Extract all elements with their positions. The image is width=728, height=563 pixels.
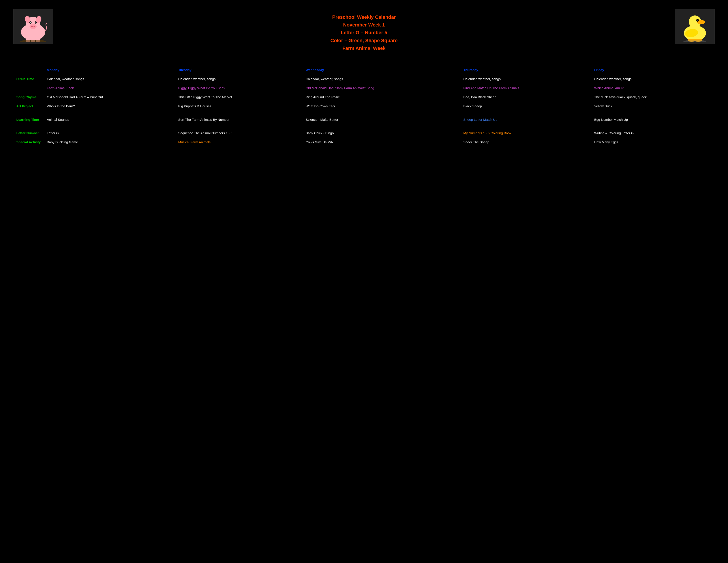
learning-time-label: Learning Time xyxy=(13,115,44,124)
learn-wed: Science - Make Butter xyxy=(302,115,460,124)
art-thu: Black Sheep xyxy=(460,102,591,111)
calendar-table: Monday Tuesday Wednesday Thursday Friday… xyxy=(13,65,715,147)
svg-point-2 xyxy=(30,24,37,29)
wednesday-header: Wednesday xyxy=(302,65,460,74)
svg-point-25 xyxy=(683,40,706,42)
svg-point-8 xyxy=(36,22,36,23)
learn-tue: Sort The Farm Animals By Number xyxy=(175,115,303,124)
song-wed: Ring Around The Rosie xyxy=(302,92,460,102)
spacer-row-1 xyxy=(13,111,715,115)
learn-thu: Sheep Letter Match Up xyxy=(460,115,591,124)
header-line2: November Week 1 xyxy=(330,21,398,29)
art-fri: Yellow Duck xyxy=(591,102,715,111)
art-project-row: Art Project Who's In the Barn? Pig Puppe… xyxy=(13,102,715,111)
svg-point-21 xyxy=(697,20,698,21)
letter-number-label: Letter/Number xyxy=(13,128,44,137)
learn-mon: Animal Sounds xyxy=(44,115,175,124)
header-text: Preschool Weekly Calendar November Week … xyxy=(330,13,398,52)
book-fri: Which Animal Am I? xyxy=(591,83,715,92)
svg-point-14 xyxy=(20,40,46,42)
circle-time-label: Circle Time xyxy=(13,74,44,83)
special-fri: How Many Eggs xyxy=(591,137,715,147)
header-line3: Letter G – Number 5 xyxy=(330,29,398,36)
circle-time-book-label xyxy=(13,83,44,92)
special-tue: Musical Farm Animals xyxy=(175,137,303,147)
header-line1: Preschool Weekly Calendar xyxy=(330,13,398,21)
circle-time-mon: Calendar, weather, songs xyxy=(44,74,175,83)
thursday-header: Thursday xyxy=(460,65,591,74)
book-wed: Old McDonald Had "Baby Farm Animals" Son… xyxy=(302,83,460,92)
art-mon: Who's In the Barn? xyxy=(44,102,175,111)
art-wed: What Do Cows Eat? xyxy=(302,102,460,111)
song-rhyme-label: Song/Rhyme xyxy=(13,92,44,102)
book-mon: Farm Animal Book xyxy=(44,83,175,92)
svg-point-3 xyxy=(31,26,33,27)
song-thu: Baa, Baa Black Sheep xyxy=(460,92,591,102)
header-line5: Farm Animal Week xyxy=(330,44,398,52)
header-line4: Color – Green, Shape Square xyxy=(330,37,398,44)
special-thu: Sheer The Sheep xyxy=(460,137,591,147)
song-fri: The duck says quack, quack, quack xyxy=(591,92,715,102)
letter-wed: Baby Chick - Bingo xyxy=(302,128,460,137)
svg-point-7 xyxy=(30,22,31,23)
special-wed: Cows Give Us Milk xyxy=(302,137,460,147)
pig-image xyxy=(13,9,53,44)
song-rhyme-row: Song/Rhyme Old McDonald Had A Farm – Pri… xyxy=(13,92,715,102)
special-mon: Baby Duckling Game xyxy=(44,137,175,147)
spacer-row-2 xyxy=(13,124,715,128)
circle-time-fri: Calendar, weather, songs xyxy=(591,74,715,83)
book-thu: Find And Match Up The Farm Animals xyxy=(460,83,591,92)
letter-number-row: Letter/Number Letter G Sequence The Anim… xyxy=(13,128,715,137)
letter-mon: Letter G xyxy=(44,128,175,137)
letter-thu: My Numbers 1 - 5 Coloring Book xyxy=(460,128,591,137)
circle-time-wed: Calendar, weather, songs xyxy=(302,74,460,83)
monday-header: Monday xyxy=(44,65,175,74)
header-row: Monday Tuesday Wednesday Thursday Friday xyxy=(13,65,715,74)
row-label-header xyxy=(13,65,44,74)
duck-svg xyxy=(677,11,713,42)
art-tue: Pig Puppets & Houses xyxy=(175,102,303,111)
circle-time-row: Circle Time Calendar, weather, songs Cal… xyxy=(13,74,715,83)
letter-fri: Writing & Coloring Letter G xyxy=(591,128,715,137)
special-activity-label: Special Activity xyxy=(13,137,44,147)
pig-svg xyxy=(15,11,51,42)
letter-tue: Sequence The Animal Numbers 1 - 5 xyxy=(175,128,303,137)
learn-fri: Egg Number Match Up xyxy=(591,115,715,124)
circle-time-thu: Calendar, weather, songs xyxy=(460,74,591,83)
circle-time-tue: Calendar, weather, songs xyxy=(175,74,303,83)
learning-time-row: Learning Time Animal Sounds Sort The Far… xyxy=(13,115,715,124)
tuesday-header: Tuesday xyxy=(175,65,303,74)
circle-time-book-row: Farm Animal Book Piggy, Piggy What Do Yo… xyxy=(13,83,715,92)
spacer-2 xyxy=(13,124,715,128)
spacer-1 xyxy=(13,111,715,115)
song-mon: Old McDonald Had A Farm – Print Out xyxy=(44,92,175,102)
svg-point-4 xyxy=(34,26,35,27)
duck-image xyxy=(675,9,715,44)
book-tue: Piggy, Piggy What Do You See? xyxy=(175,83,303,92)
friday-header: Friday xyxy=(591,65,715,74)
special-activity-row: Special Activity Baby Duckling Game Musi… xyxy=(13,137,715,147)
art-project-label: Art Project xyxy=(13,102,44,111)
song-tue: This Little Piggy Went To The Market xyxy=(175,92,303,102)
